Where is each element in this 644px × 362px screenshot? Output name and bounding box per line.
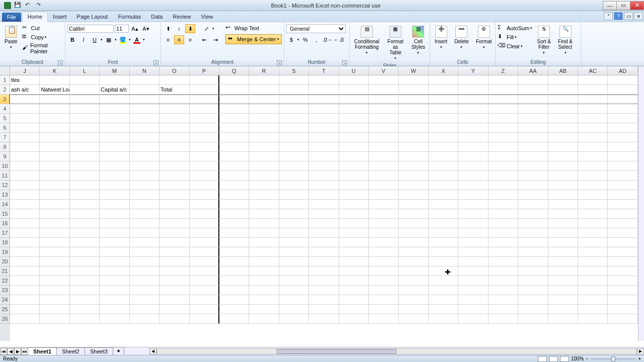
ribbon-minimize-icon[interactable]: ˅ — [604, 12, 613, 20]
cell[interactable] — [130, 295, 159, 305]
cell[interactable] — [219, 123, 249, 133]
cell[interactable] — [100, 209, 129, 219]
cell[interactable] — [518, 180, 548, 190]
cell[interactable] — [429, 305, 458, 314]
cell[interactable] — [159, 286, 189, 295]
cell[interactable] — [279, 142, 309, 152]
cell[interactable] — [578, 171, 608, 180]
cell[interactable] — [489, 209, 518, 219]
cell[interactable] — [70, 114, 100, 123]
cell[interactable] — [130, 257, 159, 266]
cell[interactable] — [458, 238, 488, 247]
cell[interactable] — [518, 219, 548, 228]
row-header[interactable]: 19 — [0, 247, 10, 257]
cell[interactable] — [249, 286, 279, 295]
redo-icon[interactable]: ↷ — [36, 2, 44, 10]
cell[interactable] — [130, 180, 159, 190]
cell[interactable] — [399, 171, 429, 180]
format-cells-button[interactable]: ⚙Format▾ — [473, 24, 495, 51]
cell[interactable] — [608, 305, 637, 314]
cell[interactable] — [190, 238, 219, 247]
cell[interactable] — [339, 219, 369, 228]
cell[interactable] — [159, 295, 189, 305]
cell[interactable] — [399, 95, 429, 104]
cell[interactable] — [159, 123, 189, 133]
cell[interactable] — [279, 104, 309, 114]
column-header[interactable]: R — [249, 66, 279, 75]
cell[interactable] — [190, 305, 219, 314]
cell[interactable] — [70, 104, 100, 114]
clear-button[interactable]: ⌫Clear▾ — [498, 42, 532, 50]
cell[interactable] — [429, 95, 458, 104]
insert-cells-button[interactable]: ➕Insert▾ — [432, 24, 450, 51]
cell[interactable] — [578, 152, 608, 161]
cell[interactable] — [429, 104, 458, 114]
cell[interactable] — [578, 190, 608, 200]
cell[interactable] — [130, 228, 159, 238]
wrap-text-button[interactable]: ↩Wrap Text — [225, 24, 282, 32]
cell[interactable] — [369, 286, 398, 295]
cell[interactable] — [130, 266, 159, 276]
cell[interactable] — [608, 266, 637, 276]
cell[interactable] — [249, 238, 279, 247]
cell[interactable] — [279, 295, 309, 305]
cell[interactable] — [608, 114, 637, 123]
cell[interactable] — [100, 161, 129, 171]
workbook-close-icon[interactable]: ✕ — [634, 12, 643, 20]
cell[interactable] — [399, 295, 429, 305]
cell[interactable] — [279, 314, 309, 324]
cell[interactable] — [489, 276, 518, 286]
cell[interactable] — [458, 142, 488, 152]
cell[interactable] — [70, 75, 100, 85]
cell[interactable] — [578, 209, 608, 219]
cell[interactable] — [249, 305, 279, 314]
cell[interactable] — [249, 95, 279, 104]
sheet-tab-1[interactable]: Sheet1 — [28, 347, 57, 355]
cell[interactable] — [489, 266, 518, 276]
cell[interactable] — [608, 286, 637, 295]
cell[interactable] — [369, 209, 398, 219]
column-header[interactable]: O — [159, 66, 189, 75]
cell[interactable] — [339, 295, 369, 305]
cell[interactable] — [70, 314, 100, 324]
cell[interactable] — [548, 247, 578, 257]
cell[interactable] — [608, 314, 637, 324]
cell[interactable] — [339, 257, 369, 266]
cell[interactable] — [100, 123, 129, 133]
cell[interactable] — [399, 276, 429, 286]
cell[interactable] — [70, 295, 100, 305]
cell[interactable] — [309, 286, 339, 295]
cell[interactable] — [190, 75, 219, 85]
align-top-icon[interactable]: ⬆ — [163, 24, 173, 33]
cell[interactable] — [10, 161, 40, 171]
cell[interactable] — [399, 85, 429, 95]
cell[interactable] — [309, 85, 339, 95]
cell[interactable] — [190, 104, 219, 114]
cell[interactable] — [100, 266, 129, 276]
tab-review[interactable]: Review — [168, 12, 196, 22]
cell[interactable] — [458, 180, 488, 190]
cell[interactable] — [429, 209, 458, 219]
cell[interactable] — [10, 247, 40, 257]
cell[interactable] — [548, 314, 578, 324]
cell[interactable] — [309, 123, 339, 133]
cell[interactable] — [578, 314, 608, 324]
cell[interactable] — [489, 161, 518, 171]
cell[interactable] — [249, 180, 279, 190]
cell[interactable] — [489, 85, 518, 95]
cell[interactable] — [399, 228, 429, 238]
sheet-nav-first-icon[interactable]: ⏮ — [0, 348, 7, 355]
cell[interactable] — [159, 200, 189, 209]
row-header[interactable]: 3 — [0, 95, 10, 104]
cell[interactable] — [489, 305, 518, 314]
cell[interactable] — [70, 95, 100, 104]
cell[interactable] — [489, 219, 518, 228]
cell[interactable]: ash a/c — [10, 85, 40, 95]
cell[interactable] — [399, 247, 429, 257]
cell[interactable] — [70, 286, 100, 295]
cell[interactable] — [190, 276, 219, 286]
cell[interactable] — [518, 305, 548, 314]
cell[interactable] — [578, 161, 608, 171]
cell[interactable] — [369, 171, 398, 180]
cell[interactable] — [429, 171, 458, 180]
